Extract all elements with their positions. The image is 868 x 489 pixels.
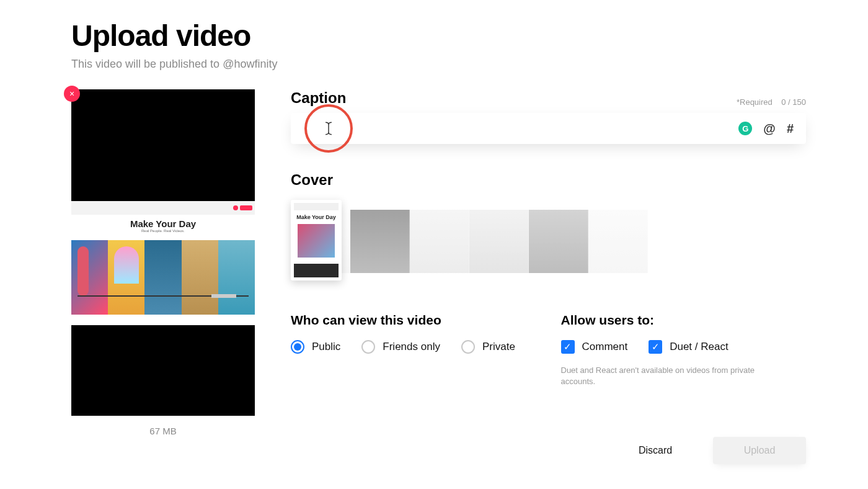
- cover-selected-frame[interactable]: Make Your Day: [291, 200, 342, 280]
- privacy-option-label: Friends only: [383, 341, 440, 353]
- privacy-option-friends[interactable]: Friends only: [361, 340, 440, 354]
- caption-section: Caption *Required 0 / 150 G: [291, 89, 806, 144]
- video-preview-column: × Make Your Day Real People. Real Videos…: [71, 89, 255, 464]
- permissions-note: Duet and React aren't available on video…: [561, 365, 772, 387]
- remove-video-button[interactable]: ×: [64, 86, 80, 102]
- radio-icon: [461, 340, 475, 354]
- privacy-option-label: Private: [482, 341, 515, 353]
- permission-option-duet[interactable]: ✓ Duet / React: [649, 340, 728, 354]
- privacy-option-private[interactable]: Private: [461, 340, 515, 354]
- cover-frame[interactable]: [350, 210, 410, 273]
- cover-frame[interactable]: [588, 210, 648, 273]
- close-icon: ×: [69, 89, 74, 99]
- privacy-option-label: Public: [312, 341, 340, 353]
- checkbox-icon: ✓: [561, 340, 575, 354]
- cover-frame-track[interactable]: [291, 210, 806, 273]
- cover-selector[interactable]: Make Your Day: [291, 200, 806, 282]
- file-size-label: 67 MB: [71, 426, 255, 436]
- permission-option-label: Duet / React: [670, 341, 728, 353]
- radio-icon: [291, 340, 304, 354]
- caption-input[interactable]: G @ #: [291, 113, 806, 144]
- cover-selected-title: Make Your Day: [294, 214, 339, 220]
- discard-label: Discard: [639, 445, 672, 456]
- page-title: Upload video: [71, 19, 806, 53]
- radio-icon: [361, 340, 375, 354]
- privacy-label: Who can view this video: [291, 313, 536, 328]
- video-preview[interactable]: Make Your Day Real People. Real Videos.: [71, 89, 255, 416]
- cover-frame[interactable]: [469, 210, 529, 273]
- cover-section: Cover Make Your Day: [291, 171, 806, 282]
- cover-label: Cover: [291, 171, 806, 189]
- cover-frame[interactable]: [410, 210, 469, 273]
- permissions-label: Allow users to:: [561, 313, 807, 328]
- discard-button[interactable]: Discard: [609, 437, 702, 464]
- caption-meta: *Required 0 / 150: [737, 97, 806, 107]
- video-progress-bar[interactable]: [78, 295, 249, 297]
- hashtag-button[interactable]: #: [787, 122, 794, 136]
- video-tile-strip: [71, 240, 255, 315]
- upload-label: Upload: [744, 445, 776, 456]
- annotation-circle: [304, 104, 353, 153]
- footer-actions: Discard Upload: [291, 437, 806, 464]
- caption-counter: 0 / 150: [781, 97, 806, 107]
- caption-required: *Required: [737, 97, 773, 107]
- cover-frame[interactable]: [529, 210, 588, 273]
- grammarly-icon[interactable]: G: [738, 122, 752, 135]
- video-frame-content: Make Your Day Real People. Real Videos.: [71, 201, 255, 325]
- privacy-option-public[interactable]: Public: [291, 340, 340, 354]
- page-header: Upload video This video will be publishe…: [71, 19, 806, 71]
- upload-button[interactable]: Upload: [713, 437, 806, 464]
- privacy-section: Who can view this video Public Friends o…: [291, 313, 536, 387]
- mention-button[interactable]: @: [763, 122, 776, 136]
- caption-label: Caption: [291, 89, 346, 107]
- checkbox-icon: ✓: [649, 340, 662, 354]
- video-browser-bar: [71, 201, 255, 215]
- page-subtitle: This video will be published to @howfini…: [71, 58, 806, 71]
- permission-option-comment[interactable]: ✓ Comment: [561, 340, 628, 354]
- text-cursor-icon: [323, 122, 334, 135]
- video-embedded-title: Make Your Day: [71, 218, 255, 229]
- permission-option-label: Comment: [582, 341, 628, 353]
- permissions-section: Allow users to: ✓ Comment ✓ Duet / React…: [561, 313, 807, 387]
- video-embedded-subtitle: Real People. Real Videos.: [71, 229, 255, 233]
